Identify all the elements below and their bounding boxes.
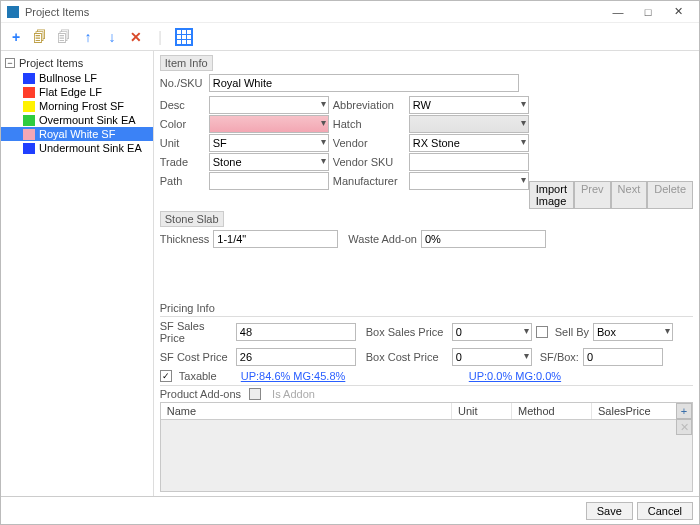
tree-item-royal-white[interactable]: Royal White SF: [1, 127, 153, 141]
minimize-button[interactable]: —: [603, 6, 633, 18]
color-label: Color: [160, 118, 205, 130]
addons-table: Name Unit Method SalesPrice + ✕: [160, 402, 693, 492]
tree-item-overmount-sink[interactable]: Overmount Sink EA: [1, 113, 153, 127]
unit-label: Unit: [160, 137, 205, 149]
move-down-icon[interactable]: ↓: [103, 28, 121, 46]
no-sku-input[interactable]: [209, 74, 519, 92]
sf-box-input[interactable]: [583, 348, 663, 366]
prev-image-button[interactable]: Prev: [574, 181, 611, 209]
stone-slab-header: Stone Slab: [160, 211, 224, 227]
next-image-button[interactable]: Next: [611, 181, 648, 209]
save-button[interactable]: Save: [586, 502, 633, 520]
trade-label: Trade: [160, 156, 205, 168]
swatch-icon: [23, 143, 35, 154]
taxable-checkbox[interactable]: ✓: [160, 370, 172, 382]
move-up-icon[interactable]: ↑: [79, 28, 97, 46]
add-icon[interactable]: +: [7, 28, 25, 46]
box-sales-label: Box Sales Price: [366, 326, 448, 338]
delete-icon[interactable]: ✕: [127, 28, 145, 46]
maximize-button[interactable]: □: [633, 6, 663, 18]
addons-header: Product Add-ons: [160, 388, 241, 400]
tree-item-bullnose[interactable]: Bullnose LF: [1, 71, 153, 85]
tree-root[interactable]: − Project Items: [1, 55, 153, 71]
swatch-icon: [23, 129, 35, 140]
delete-image-button[interactable]: Delete: [647, 181, 693, 209]
remove-addon-button[interactable]: ✕: [676, 419, 692, 435]
box-margin-link[interactable]: UP:0.0% MG:0.0%: [469, 370, 561, 382]
swatch-icon: [23, 115, 35, 126]
color-select[interactable]: [209, 115, 329, 133]
hatch-select[interactable]: [409, 115, 529, 133]
divider: |: [151, 28, 169, 46]
waste-label: Waste Add-on: [348, 233, 417, 245]
item-info-header: Item Info: [160, 55, 213, 71]
desc-label: Desc: [160, 99, 205, 111]
swatch-icon: [23, 87, 35, 98]
sell-by-select[interactable]: Box: [593, 323, 673, 341]
vendor-label: Vendor: [333, 137, 405, 149]
tree-label: Royal White SF: [39, 128, 115, 140]
import-image-button[interactable]: Import Image: [529, 181, 574, 209]
app-icon: [7, 6, 19, 18]
col-unit[interactable]: Unit: [452, 403, 512, 419]
sf-box-label: SF/Box:: [540, 351, 579, 363]
no-sku-label: No./SKU: [160, 77, 205, 89]
abbrev-select[interactable]: RW: [409, 96, 529, 114]
thickness-label: Thickness: [160, 233, 210, 245]
sell-by-checkbox[interactable]: [536, 326, 548, 338]
manufacturer-select[interactable]: [409, 172, 529, 190]
trade-select[interactable]: Stone: [209, 153, 329, 171]
sell-by-label: Sell By: [555, 326, 589, 338]
abbrev-label: Abbreviation: [333, 99, 405, 111]
path-input[interactable]: [209, 172, 329, 190]
hatch-label: Hatch: [333, 118, 405, 130]
tree-root-label: Project Items: [19, 57, 83, 69]
tree-label: Bullnose LF: [39, 72, 97, 84]
box-sales-select[interactable]: 0: [452, 323, 532, 341]
window-title: Project Items: [25, 6, 603, 18]
taxable-label: Taxable: [179, 370, 237, 382]
pricing-header: Pricing Info: [160, 302, 693, 314]
is-addon-label: Is Addon: [272, 388, 315, 400]
is-addon-checkbox[interactable]: [249, 388, 261, 400]
sf-cost-label: SF Cost Price: [160, 351, 232, 363]
sf-sales-label: SF Sales Price: [160, 320, 232, 344]
margin-link[interactable]: UP:84.6% MG:45.8%: [241, 370, 371, 382]
manufacturer-label: Manufacturer: [333, 175, 405, 187]
sf-cost-input[interactable]: [236, 348, 356, 366]
add-addon-button[interactable]: +: [676, 403, 692, 419]
waste-input[interactable]: [421, 230, 546, 248]
vendor-select[interactable]: RX Stone: [409, 134, 529, 152]
col-method[interactable]: Method: [512, 403, 592, 419]
tree-label: Overmount Sink EA: [39, 114, 136, 126]
tree-item-morning-frost[interactable]: Morning Frost SF: [1, 99, 153, 113]
tree-item-flat-edge[interactable]: Flat Edge LF: [1, 85, 153, 99]
swatch-icon: [23, 101, 35, 112]
paste-icon[interactable]: 🗐: [55, 28, 73, 46]
vendor-sku-input[interactable]: [409, 153, 529, 171]
vendor-sku-label: Vendor SKU: [333, 156, 405, 168]
thickness-input[interactable]: [213, 230, 338, 248]
col-name[interactable]: Name: [161, 403, 452, 419]
close-button[interactable]: ✕: [663, 5, 693, 18]
unit-select[interactable]: SF: [209, 134, 329, 152]
swatch-icon: [23, 73, 35, 84]
copy-icon[interactable]: 🗐: [31, 28, 49, 46]
cancel-button[interactable]: Cancel: [637, 502, 693, 520]
tree-label: Morning Frost SF: [39, 100, 124, 112]
tree-label: Undermount Sink EA: [39, 142, 142, 154]
grid-icon[interactable]: [175, 28, 193, 46]
tree-item-undermount-sink[interactable]: Undermount Sink EA: [1, 141, 153, 155]
collapse-icon[interactable]: −: [5, 58, 15, 68]
box-cost-label: Box Cost Price: [366, 351, 448, 363]
sf-sales-input[interactable]: [236, 323, 356, 341]
tree-label: Flat Edge LF: [39, 86, 102, 98]
box-cost-select[interactable]: 0: [452, 348, 532, 366]
desc-select[interactable]: [209, 96, 329, 114]
path-label: Path: [160, 175, 205, 187]
